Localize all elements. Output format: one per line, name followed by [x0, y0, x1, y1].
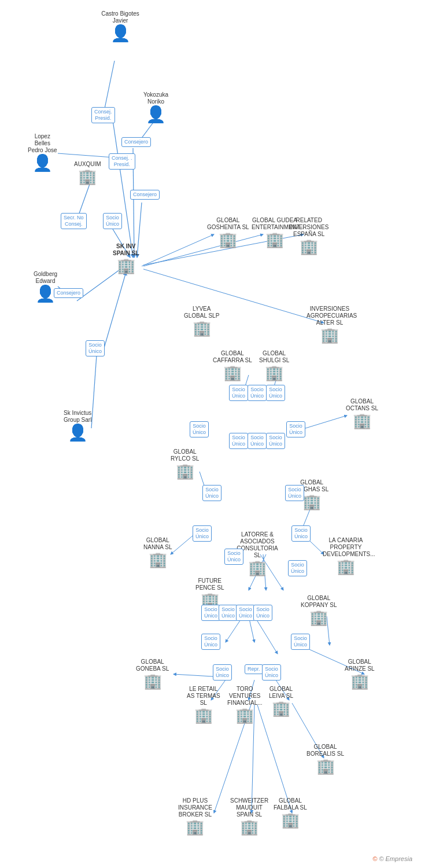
node-inversiones-agropecuarias: INVERSIONESAGROPECUARIASALTER SL 🏢 [306, 306, 353, 343]
badge-socio-unico-8: SocioÚnico [248, 433, 267, 449]
svg-line-11 [103, 272, 126, 352]
node-sk-invictus: Sk InvictusGroup Sarl 👤 [64, 410, 91, 441]
person-icon-sk-invictus: 👤 [68, 425, 88, 441]
badge-socio-unico-22: SocioÚnico [291, 634, 310, 650]
building-icon-shulgi: 🏢 [265, 365, 283, 380]
badge-consejero-3: Consejero [54, 288, 83, 298]
svg-line-0 [104, 61, 115, 111]
badge-socio-unico-7: SocioÚnico [229, 433, 248, 449]
badge-socio-unico-1: SocioÚnico [103, 213, 122, 229]
node-auxquim: AUXQUIM 🏢 [74, 161, 101, 184]
building-icon-auxquim: 🏢 [78, 169, 97, 184]
building-icon-goneba: 🏢 [143, 674, 162, 689]
building-icon-schweitzer: 🏢 [240, 819, 258, 834]
node-global-falbala: GLOBALFALBALA SL 🏢 [274, 797, 307, 827]
building-icon-caffarra: 🏢 [223, 365, 242, 380]
svg-line-2 [58, 153, 113, 157]
badge-socio-unico-4: SocioÚnico [229, 385, 248, 401]
badge-consej-presid-2: Consej. .Presid. [109, 153, 135, 170]
badge-secr-no-consej: Secr. NoConsej. [61, 213, 87, 229]
badge-socio-unico-24: SocioÚnico [262, 664, 281, 681]
node-la-canaria: LA CANARIAPROPERTYDEVELOPMENTS... 🏢 [323, 537, 369, 574]
badge-socio-unico-6: SocioÚnico [266, 385, 285, 401]
building-icon-la-canaria: 🏢 [337, 559, 355, 574]
person-icon-goldberg: 👤 [35, 286, 56, 302]
svg-line-25 [254, 616, 278, 654]
graph-container: Castro Bigotes Javier 👤 YokozukaNoriko 👤… [0, 0, 421, 868]
node-related-inversiones: RELATEDINVERSIONESESPAÑA SL 🏢 [289, 217, 328, 254]
badge-socio-unico-20: SocioÚnico [253, 605, 272, 621]
badge-socio-unico-9: SocioÚnico [266, 433, 285, 449]
building-icon-related: 🏢 [300, 239, 318, 254]
node-global-arinze: GLOBALARINZE SL 🏢 [345, 659, 375, 689]
person-icon-castro: 👤 [110, 25, 131, 42]
svg-line-10 [91, 347, 97, 428]
node-global-nanna: GLOBALNANNA SL 🏢 [143, 537, 172, 567]
building-icon-rylco: 🏢 [176, 464, 194, 479]
node-global-leiva: GLOBALLEIVA SL 🏢 [269, 686, 293, 716]
building-icon-arinze: 🏢 [350, 674, 369, 689]
person-icon-yokozuka: 👤 [146, 106, 166, 123]
building-icon-gudea: 🏢 [265, 232, 284, 247]
node-global-octans: GLOBALOCTANS SL 🏢 [346, 398, 378, 428]
node-future-pence: FUTUREPENCE SL 🏢 [195, 578, 224, 608]
node-global-shulgi: GLOBALSHULGI SL 🏢 [259, 350, 289, 380]
building-icon-goshenita: 🏢 [219, 232, 237, 247]
node-global-borealis: GLOBALBOREALIS SL 🏢 [306, 744, 344, 774]
node-lopez: LopezBellesPedro Jose 👤 [28, 133, 57, 171]
badge-socio-unico-2: SocioÚnico [86, 340, 105, 356]
badge-socio-unico-16: SocioÚnico [288, 560, 307, 576]
node-global-rylco: GLOBALRYLCO SL 🏢 [171, 448, 199, 479]
node-hd-plus: HD PLUSINSURANCEBROKER SL 🏢 [178, 797, 212, 834]
node-schweitzer: SCHWEITZERMAUDUITSPAIN SL 🏢 [230, 797, 268, 834]
badge-socio-unico-12: SocioÚnico [285, 485, 304, 501]
building-icon-octans: 🏢 [353, 413, 371, 428]
building-icon-maghas: 🏢 [302, 494, 321, 509]
badge-socio-unico-23: SocioÚnico [213, 664, 232, 681]
building-icon-nanna: 🏢 [149, 552, 167, 567]
node-global-goshenita: GLOBALGOSHENITA SL 🏢 [207, 217, 249, 247]
building-icon-falbala: 🏢 [281, 812, 300, 827]
building-icon-borealis: 🏢 [316, 759, 335, 774]
node-yokozuka: YokozukaNoriko 👤 [143, 91, 168, 123]
svg-line-34 [257, 705, 292, 813]
building-icon-toro: 🏢 [235, 708, 254, 723]
badge-consejero-2: Consejero [130, 190, 160, 200]
building-icon-le-retail: 🏢 [194, 708, 213, 723]
node-global-koppany: GLOBALKOPPANY SL 🏢 [301, 595, 337, 625]
badge-socio-unico-15: SocioÚnico [224, 549, 243, 565]
node-sk-inv-spain[interactable]: SK INVSPAIN SL 🏢 [113, 243, 139, 273]
building-icon-hd-plus: 🏢 [186, 819, 204, 834]
badge-socio-unico-13: SocioÚnico [193, 525, 212, 542]
building-icon-inversiones: 🏢 [320, 328, 339, 343]
building-icon-koppany: 🏢 [309, 610, 328, 625]
copyright: © © Empresia [372, 855, 412, 862]
node-le-retail: LE RETAILAS TERMASSL 🏢 [187, 686, 220, 723]
badge-socio-unico-11: SocioÚnico [202, 485, 221, 501]
badge-socio-unico-17: SocioÚnico [201, 605, 220, 621]
node-lyvea-global: LYVEAGLOBAL SLP 🏢 [184, 306, 219, 336]
svg-line-15 [143, 269, 324, 323]
badge-consej-presid-1: Consej.Presid. [91, 107, 115, 123]
badge-consejero-1: Consejero [121, 137, 151, 147]
person-icon-lopez: 👤 [32, 155, 53, 171]
badge-socio-unico-21: SocioÚnico [201, 634, 220, 650]
building-icon-lyvea: 🏢 [193, 321, 211, 336]
badge-repr: Repr. [245, 664, 263, 674]
building-icon-sk-inv: 🏢 [117, 258, 135, 273]
node-global-goneba: GLOBALGONEBA SL 🏢 [136, 659, 169, 689]
badge-socio-unico-10: SocioÚnico [286, 421, 305, 437]
building-icon-latorre: 🏢 [248, 560, 267, 575]
svg-line-12 [142, 234, 214, 266]
node-castro: Castro Bigotes Javier 👤 [97, 10, 143, 42]
badge-socio-unico-18: SocioÚnico [219, 605, 238, 621]
badge-socio-unico-5: SocioÚnico [248, 385, 267, 401]
badge-socio-unico-19: SocioÚnico [236, 605, 255, 621]
node-global-caffarra: GLOBALCAFFARRA SL 🏢 [213, 350, 252, 380]
badge-socio-unico-14: SocioÚnico [291, 525, 311, 542]
badge-socio-unico-3: SocioÚnico [190, 421, 209, 437]
node-toro-ventures: TOROVENTURESFINANCIAL... 🏢 [227, 686, 263, 723]
building-icon-leiva: 🏢 [272, 701, 290, 716]
